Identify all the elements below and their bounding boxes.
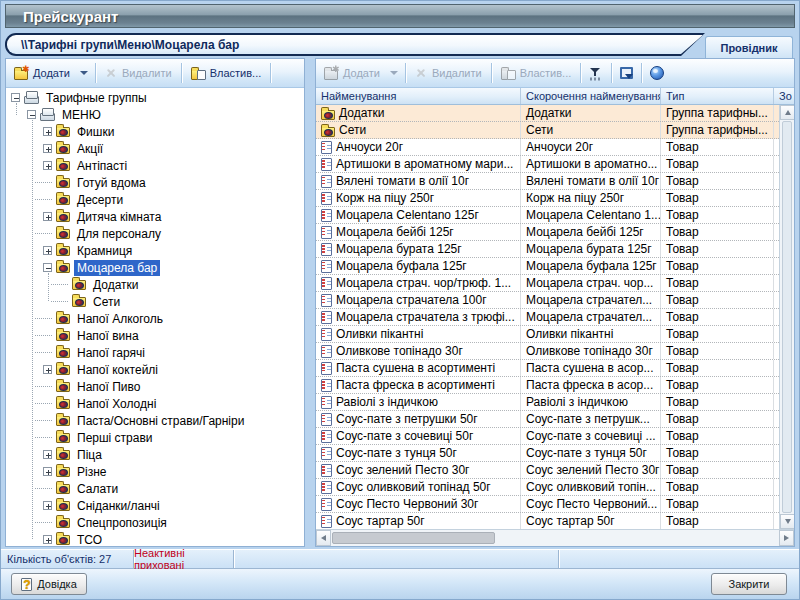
globe-icon — [650, 66, 664, 80]
horizontal-scroll-thumb[interactable] — [332, 532, 495, 544]
tree-expander[interactable] — [41, 242, 54, 259]
tree-expander[interactable] — [41, 361, 54, 378]
tree-item[interactable]: Різне — [6, 463, 304, 480]
column-header[interactable]: Тип — [661, 88, 774, 104]
add-dropdown-button[interactable] — [76, 61, 92, 85]
scroll-up-button[interactable] — [780, 105, 794, 120]
table-row[interactable]: Соус-пате з петрушки 50гСоус-пате з петр… — [316, 411, 779, 428]
delete-x-icon — [105, 67, 117, 79]
tree-item[interactable]: Напої Алкоголь — [6, 310, 304, 327]
tree-expander[interactable] — [41, 208, 54, 225]
tariff-group-icon — [56, 416, 70, 426]
tree-item[interactable]: Акції — [6, 140, 304, 157]
horizontal-scrollbar[interactable] — [316, 529, 794, 546]
filter-button[interactable] — [584, 61, 608, 85]
scroll-left-button[interactable] — [316, 530, 331, 546]
panel-splitter[interactable] — [305, 58, 315, 547]
tree-item[interactable]: Сніданки/ланчі — [6, 497, 304, 514]
table-row[interactable]: Соус-пате з тунця 50гСоус-пате з тунця 5… — [316, 445, 779, 462]
tree-item[interactable]: Паста/Основні страви/Гарніри — [6, 412, 304, 429]
table-row[interactable]: Равіолі з індичкоюРавіолі з індичкоюТова… — [316, 394, 779, 411]
tree-item[interactable]: Сети — [6, 293, 304, 310]
help-button[interactable]: Довідка — [11, 573, 87, 595]
left-toolbar: Додати Видалити Властив... — [6, 59, 304, 88]
tariff-group-icon — [56, 195, 70, 205]
table-row[interactable]: Оливкове топінадо 30гОливкове топінадо 3… — [316, 343, 779, 360]
table-row[interactable]: Соус-пате з сочевиці 50гСоус-пате з соче… — [316, 428, 779, 445]
tree-item[interactable]: Дитяча кімната — [6, 208, 304, 225]
table-row[interactable]: Моцарела страчатела з трюфі...Моцарела с… — [316, 309, 779, 326]
toolbar-separator — [181, 63, 182, 83]
table-row[interactable]: Анчоуси 20гАнчоуси 20гТовар — [316, 139, 779, 156]
vertical-scroll-thumb[interactable] — [782, 121, 792, 513]
tree-item[interactable]: ТСО — [6, 531, 304, 546]
tree-item[interactable]: Напої коктейлі — [6, 361, 304, 378]
table-row[interactable]: Моцарела Celentano 125гМоцарела Celentan… — [316, 207, 779, 224]
table-row[interactable]: Паста сушена в асортиментіПаста сушена в… — [316, 360, 779, 377]
table-row[interactable]: Моцарела буфала 125гМоцарела буфала 125г… — [316, 258, 779, 275]
table-row[interactable]: Вялені томати в олії 10гВялені томати в … — [316, 173, 779, 190]
table-row[interactable]: Моцарела страчатела 100гМоцарела страчат… — [316, 292, 779, 309]
table-row[interactable]: Моцарела бейбі 125гМоцарела бейбі 125гТо… — [316, 224, 779, 241]
tree-item[interactable]: Напої Холодні — [6, 395, 304, 412]
delete-button[interactable]: Видалити — [99, 61, 178, 85]
tree-item[interactable]: Перші страви — [6, 429, 304, 446]
tree-item[interactable]: Додатки — [6, 276, 304, 293]
properties-button[interactable]: Властив... — [495, 61, 578, 85]
expand-icon — [43, 246, 52, 255]
table-row[interactable]: Корж на піцу 250гКорж на піцу 250гТовар — [316, 190, 779, 207]
properties-button[interactable]: Властив... — [185, 61, 268, 85]
tree-item[interactable]: Напої гарячі — [6, 344, 304, 361]
tree-item[interactable]: Готуй вдома — [6, 174, 304, 191]
table-row[interactable]: Соус тартар 50гСоус тартар 50гТовар — [316, 513, 779, 529]
tree-item[interactable]: Спецпропозиція — [6, 514, 304, 531]
tree-expander[interactable] — [41, 463, 54, 480]
export-view-button[interactable] — [615, 61, 638, 85]
table-row[interactable]: Паста фреска в асортиментіПаста фреска в… — [316, 377, 779, 394]
tree-dash — [35, 437, 52, 438]
web-button[interactable] — [645, 61, 669, 85]
table-row[interactable]: Соус Песто Червоний 30гСоус Песто Червон… — [316, 496, 779, 513]
delete-button[interactable]: Видалити — [409, 61, 488, 85]
tree-item[interactable]: Моцарела бар — [6, 259, 304, 276]
tree-item[interactable]: Фишки — [6, 123, 304, 140]
tree-item[interactable]: Напої Пиво — [6, 378, 304, 395]
close-button[interactable]: Закрити — [711, 573, 787, 595]
column-header[interactable]: Зо — [774, 88, 794, 104]
tab-explorer[interactable]: Провідник — [705, 36, 793, 58]
tree-item[interactable]: Салати — [6, 480, 304, 497]
add-button[interactable]: Додати — [318, 61, 386, 85]
tree-item[interactable]: Крамниця — [6, 242, 304, 259]
table-row[interactable]: Артишоки в ароматному мари...Артишоки в … — [316, 156, 779, 173]
tree-expander[interactable] — [41, 123, 54, 140]
tree-item[interactable]: Тарифные группы — [6, 89, 304, 106]
scroll-down-button[interactable] — [780, 514, 794, 529]
tree-item[interactable]: Антіпасті — [6, 157, 304, 174]
table-row[interactable]: Моцарела бурата 125гМоцарела бурата 125г… — [316, 241, 779, 258]
tree-expander[interactable] — [41, 531, 54, 546]
column-header[interactable]: Найменування — [316, 88, 521, 104]
table-row[interactable]: Моцарела страч. чор/трюф. 1...Моцарела с… — [316, 275, 779, 292]
tree-item[interactable]: Піца — [6, 446, 304, 463]
table-row[interactable]: Соус зелений Песто 30гСоус зелений Песто… — [316, 462, 779, 479]
tree-expander[interactable] — [41, 446, 54, 463]
table-row[interactable]: Оливки пікантніОливки пікантніТовар — [316, 326, 779, 343]
table-row[interactable]: СетиСетиГруппа тарифны... — [316, 122, 779, 139]
tree-expander[interactable] — [41, 497, 54, 514]
scroll-right-button[interactable] — [779, 530, 794, 546]
footer-bar: Довідка Закрити — [1, 569, 799, 599]
tree-item[interactable]: МЕНЮ — [6, 106, 304, 123]
table-row[interactable]: ДодаткиДодаткиГруппа тарифны... — [316, 105, 779, 122]
table-row[interactable]: Соус оливковий топінад 50гСоус оливковий… — [316, 479, 779, 496]
tree-expander[interactable] — [41, 157, 54, 174]
tree-item[interactable]: Напої вина — [6, 327, 304, 344]
add-button[interactable]: Додати — [8, 61, 76, 85]
tree-item-label: Акції — [74, 141, 106, 157]
tree-expander[interactable] — [41, 140, 54, 157]
tree-item[interactable]: Десерти — [6, 191, 304, 208]
vertical-scrollbar[interactable] — [779, 105, 794, 529]
tree-item[interactable]: Для персоналу — [6, 225, 304, 242]
tree-item-label: Салати — [74, 481, 121, 497]
column-header[interactable]: Скорочення найменування — [521, 88, 661, 104]
add-dropdown-button[interactable] — [386, 61, 402, 85]
